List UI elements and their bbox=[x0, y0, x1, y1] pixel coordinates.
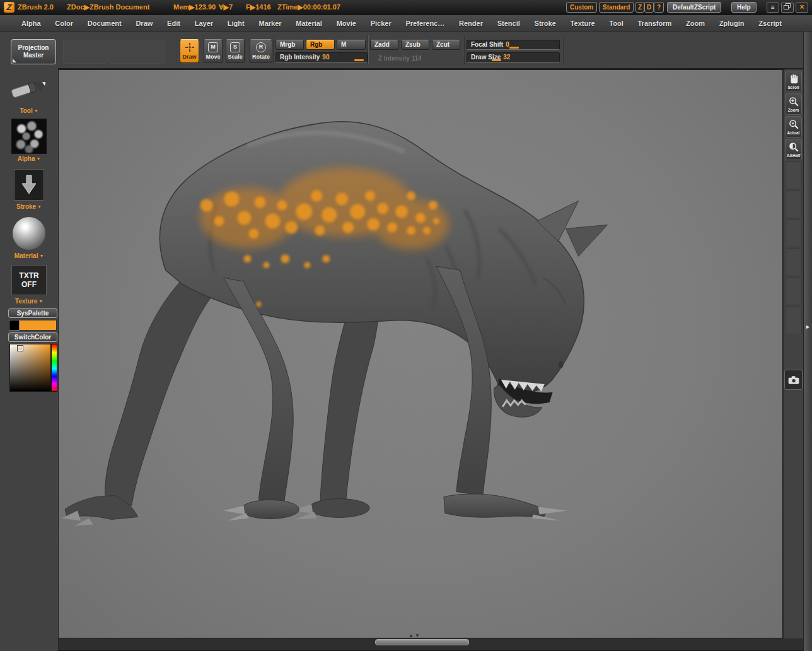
menu-item[interactable]: Layer bbox=[195, 20, 213, 27]
draw-size-label: Draw Size bbox=[471, 54, 501, 61]
m-button[interactable]: M bbox=[337, 40, 366, 50]
empty-tray-slot bbox=[785, 249, 802, 276]
texture-palette-opener[interactable]: Texture ▼ bbox=[0, 298, 58, 305]
color-picker-cursor bbox=[18, 346, 23, 351]
draw-mode-button[interactable]: Draw bbox=[180, 39, 199, 63]
views-readout: ∀▶7 bbox=[219, 3, 233, 11]
menu-item[interactable]: Stroke bbox=[535, 20, 556, 27]
draw-size-value: 32 bbox=[503, 54, 510, 61]
zadd-button[interactable]: Zadd bbox=[370, 40, 398, 50]
current-texture-thumbnail[interactable]: TXTR OFF bbox=[11, 265, 47, 295]
menu-item[interactable]: Texture bbox=[571, 20, 595, 27]
current-stroke-thumbnail[interactable] bbox=[14, 169, 44, 201]
draw-size-slider[interactable]: Draw Size32 bbox=[467, 52, 560, 62]
menu-item[interactable]: Tool bbox=[609, 20, 623, 27]
canvas-bottom-bar: ▲▼ bbox=[58, 638, 783, 651]
menu-item[interactable]: Edit bbox=[167, 20, 180, 27]
memory-readout: Mem▶123.90 bbox=[173, 3, 216, 11]
projection-master-button[interactable]: Projection Master bbox=[11, 39, 56, 64]
focal-shift-slider[interactable]: Focal Shift0 bbox=[467, 40, 560, 50]
alpha-palette-opener[interactable]: Alpha ▼ bbox=[0, 155, 58, 162]
menu-item[interactable]: Transform bbox=[638, 20, 672, 27]
menu-item[interactable]: Light bbox=[228, 20, 245, 27]
syspalette-button[interactable]: SysPalette bbox=[8, 308, 57, 318]
quick-help-button[interactable]: ? bbox=[654, 2, 664, 13]
frames-readout: F▶1416 bbox=[246, 3, 271, 11]
rgb-intensity-slider[interactable]: Rgb Intensity90 bbox=[276, 52, 368, 62]
menu-item[interactable]: Document bbox=[88, 20, 122, 27]
scale-mode-button[interactable]: S Scale bbox=[226, 39, 245, 63]
move-label: Move bbox=[206, 54, 220, 60]
focal-shift-label: Focal Shift bbox=[471, 41, 503, 48]
ztime-readout: ZTime▶00:00:01.07 bbox=[277, 3, 340, 11]
menu-item[interactable]: Material bbox=[296, 20, 322, 27]
rgb-intensity-label: Rgb Intensity bbox=[280, 54, 320, 61]
menu-item[interactable]: Zplugin bbox=[719, 20, 745, 27]
aahalf-button[interactable]: AAHalf bbox=[785, 139, 802, 160]
document-title: ZDoc▶ZBrush Document bbox=[67, 3, 149, 11]
material-palette-opener[interactable]: Material ▼ bbox=[0, 252, 58, 259]
sculpt-creature[interactable] bbox=[59, 70, 782, 638]
rgb-button[interactable]: Rgb bbox=[306, 40, 335, 50]
menu-item[interactable]: Stencil bbox=[497, 20, 520, 27]
right-divider: ► bbox=[803, 32, 812, 651]
snapshot-button[interactable] bbox=[784, 370, 803, 390]
disabled-shelf-button bbox=[108, 40, 165, 64]
menu-item[interactable]: Picker bbox=[371, 20, 392, 27]
rotate-label: Rotate bbox=[252, 54, 270, 60]
scroll-label: Scroll bbox=[787, 85, 799, 90]
custom-ui-button[interactable]: Custom bbox=[566, 2, 597, 13]
switchcolor-button[interactable]: SwitchColor bbox=[8, 332, 57, 342]
default-zscript-button[interactable]: DefaultZScript bbox=[667, 2, 721, 13]
z-intensity-slider-disabled: Z Intensity 114 bbox=[378, 55, 422, 62]
hand-icon bbox=[788, 73, 799, 85]
mrgb-button[interactable]: Mrgb bbox=[276, 40, 304, 50]
brush-tool-icon bbox=[8, 73, 50, 107]
window-restore-icon[interactable] bbox=[781, 3, 794, 13]
main-color-swatch[interactable] bbox=[20, 320, 57, 331]
menu-item[interactable]: Zscript bbox=[758, 20, 782, 27]
tray-expand-arrow-icon[interactable]: ► bbox=[805, 324, 811, 330]
zoom-canvas-button[interactable]: Zoom bbox=[785, 93, 802, 115]
help-button[interactable]: Help bbox=[731, 2, 757, 13]
scroll-arrows-icon[interactable]: ▲▼ bbox=[409, 633, 421, 638]
zcut-button[interactable]: Zcut bbox=[432, 40, 460, 50]
scroll-canvas-button[interactable]: Scroll bbox=[785, 71, 802, 92]
menu-item[interactable]: Color bbox=[55, 20, 73, 27]
dropdown-arrow-icon: ▼ bbox=[38, 254, 44, 258]
crosshair-icon bbox=[185, 42, 195, 52]
secondary-color-swatch[interactable] bbox=[9, 320, 20, 331]
current-material-thumbnail[interactable] bbox=[13, 217, 45, 250]
stroke-palette-opener[interactable]: Stroke ▼ bbox=[0, 203, 58, 210]
window-menu-icon[interactable]: ≡ bbox=[767, 3, 779, 13]
stroke-arrow-down-icon bbox=[20, 174, 38, 196]
aahalf-magnifier-icon bbox=[788, 141, 799, 153]
zsub-button[interactable]: Zsub bbox=[401, 40, 429, 50]
z-button[interactable]: Z bbox=[635, 2, 644, 13]
standard-ui-button[interactable]: Standard bbox=[599, 2, 634, 13]
close-icon[interactable]: × bbox=[796, 3, 808, 13]
move-mode-button[interactable]: M Move bbox=[204, 39, 223, 63]
menu-item[interactable]: Marker bbox=[258, 20, 281, 27]
menu-item[interactable]: Draw bbox=[136, 20, 153, 27]
actual-size-button[interactable]: Actual bbox=[785, 116, 802, 138]
dropdown-arrow-icon: ▼ bbox=[36, 204, 42, 209]
current-tool-thumbnail[interactable] bbox=[8, 73, 50, 110]
current-alpha-thumbnail[interactable] bbox=[11, 119, 47, 154]
top-shelf: Projection Master Draw M Move S Scale R … bbox=[0, 32, 812, 69]
d-button[interactable]: D bbox=[644, 2, 654, 13]
saturation-value-field[interactable] bbox=[9, 344, 51, 392]
rgb-intensity-value: 90 bbox=[322, 54, 329, 61]
rotate-mode-button[interactable]: R Rotate bbox=[250, 39, 272, 63]
horizontal-scrollbar[interactable] bbox=[375, 639, 469, 645]
menu-item[interactable]: Preferenc… bbox=[405, 20, 444, 27]
disabled-shelf-button bbox=[63, 40, 107, 64]
menu-item[interactable]: Zoom bbox=[686, 20, 705, 27]
hue-strip[interactable] bbox=[51, 344, 57, 392]
menu-item[interactable]: Movie bbox=[337, 20, 356, 27]
menu-item[interactable]: Alpha bbox=[21, 20, 41, 27]
tool-palette-opener[interactable]: Tool ▼ bbox=[0, 107, 58, 114]
empty-tray-slot bbox=[785, 220, 802, 247]
menu-item[interactable]: Render bbox=[459, 20, 483, 27]
document-canvas[interactable] bbox=[58, 69, 783, 638]
